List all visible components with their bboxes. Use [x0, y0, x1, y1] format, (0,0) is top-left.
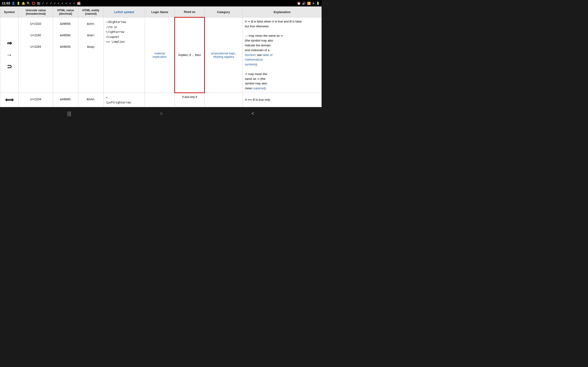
table-math-symbols-link[interactable]: table of — [262, 53, 272, 57]
col-header-html-dec: HTML value (decimal) — [53, 7, 78, 17]
explanation-part2b: (the symbol may also — [245, 38, 319, 43]
html-dec-2: &#8594; — [55, 33, 76, 37]
biconditional-html-named-cell: &hArr; — [78, 93, 104, 107]
symbol-right-arrow: → — [2, 51, 16, 58]
check8-icon: ✓ — [69, 2, 72, 5]
col-header-logic-name: Logic Name — [145, 7, 175, 17]
unicode-value-3: U+2283 — [21, 45, 51, 48]
latex-line-4: ⊃\supset — [106, 35, 142, 40]
latex-line-2: →\to or — [106, 25, 142, 30]
check4-icon: ✓ — [53, 2, 56, 5]
html-dec-3: &#8835; — [55, 45, 76, 48]
table-math-symbols-link2[interactable]: mathematical — [245, 58, 262, 61]
circle-icon: ⭕ — [32, 2, 35, 5]
check7-icon: ✓ — [65, 2, 68, 5]
battery-icon: 🔋 — [17, 2, 20, 5]
function-link[interactable]: function — [245, 53, 255, 57]
col-header-unicode: Unicode value (hexadecimal) — [19, 7, 53, 17]
latex-cell: ⇒\Rightarrow →\to or \rightarrow ⊃\supse… — [104, 17, 145, 93]
check1-icon: ✓ — [42, 2, 44, 5]
explanation-part2c: indicate the domain — [245, 43, 319, 48]
logic-symbols-table: Symbol Unicode value (hexadecimal) HTML … — [0, 6, 321, 107]
col-header-html-named: HTML entity (named) — [78, 7, 104, 17]
explanation-part2e: function; see table of — [245, 53, 319, 58]
alarm-icon: ⏰ — [297, 2, 301, 5]
explanation-but-true: but true otherwise. — [245, 24, 319, 29]
battery2-icon: 🔋 — [316, 2, 320, 5]
content-area: Symbol Unicode value (hexadecimal) HTML … — [0, 6, 321, 107]
table-row: ⟺ U+21D4 &#8660; &hArr; ⇔ \Leftrightarro… — [0, 93, 322, 107]
symbol-double-arrow: ⇒ — [2, 40, 16, 47]
biconditional-explanation: A ⟺ B is true only — [242, 93, 322, 107]
check5-icon: ✓ — [57, 2, 60, 5]
html-dec-cell: &#8658; &#8594; &#8835; — [53, 17, 78, 93]
read-as-text: implies; if ... then — [177, 53, 202, 57]
read-as-cell: implies; if ... then — [175, 17, 205, 93]
biconditional-symbol-cell: ⟺ — [0, 93, 19, 107]
search-icon: 🔍 — [27, 2, 30, 5]
biconditional-category — [205, 93, 242, 107]
propositional-logic-link[interactable]: propositional logic — [211, 52, 235, 55]
explanation-part2: → may mean the same as ⇒ — [245, 33, 319, 38]
material-implication-link[interactable]: material implication — [153, 52, 166, 58]
symbol-biconditional: ⟺ — [2, 96, 16, 103]
category-cell: propositional logic, Heyting algebra — [205, 17, 242, 93]
biconditional-html-dec-cell: &#8660; — [53, 93, 78, 107]
notification-icon: 🔔 — [22, 2, 25, 5]
explanation-part1: A ⇒ B is false when A is true and B is f… — [245, 19, 319, 24]
calendar-icon: 📅 — [77, 2, 81, 5]
check3-icon: ✓ — [50, 2, 52, 5]
table-math-symbols-link3[interactable]: symbols — [245, 63, 256, 66]
html-named-cell: &rArr; &rarr; &sup; — [78, 17, 104, 93]
nav-back-icon[interactable]: < — [251, 110, 254, 117]
unicode-cell: U+21D2 U+2192 U+2283 — [19, 17, 53, 93]
check6-icon: ✓ — [61, 2, 64, 5]
biconditional-unicode: U+21D4 — [21, 98, 51, 101]
status-time: 11:03 — [2, 1, 10, 5]
nav-bar: ||| ○ < — [0, 107, 321, 120]
table-row: ⇒ → ⊃ U+21D2 U+2192 U+2283 &#8658; &#859… — [0, 17, 322, 93]
status-bar: 11:03 👤 🔋 🔔 🔍 ⭕ 📷 ✓ ✓ ✓ ✓ ✓ ✓ ✓ ✓ ✓ 📅 ⏰ … — [0, 0, 321, 6]
symbol-supset: ⊃ — [2, 63, 16, 70]
latex-line-1: ⇒\Rightarrow — [106, 20, 142, 25]
col-header-symbol: Symbol — [0, 7, 19, 17]
logic-name-cell: material implication — [145, 17, 175, 93]
superset-link[interactable]: superset — [253, 86, 265, 90]
status-bar-right: ⏰ 🔊 📶 ✈ 🔋 — [297, 2, 320, 5]
explanation-part2d: and codomain of a — [245, 48, 319, 53]
biconditional-unicode-cell: U+21D4 — [19, 93, 53, 107]
nav-home-icon[interactable]: ○ — [160, 110, 163, 117]
explanation-part3d: mean superset). — [245, 86, 319, 91]
explanation-part3c: symbol may also — [245, 81, 319, 86]
biconditional-explanation-text: A ⟺ B is true only — [245, 98, 319, 102]
col-header-explanation: Explanation — [242, 7, 322, 17]
status-bar-left: 11:03 👤 🔋 🔔 🔍 ⭕ 📷 ✓ ✓ ✓ ✓ ✓ ✓ ✓ ✓ ✓ 📅 — [2, 1, 81, 5]
explanation-part2f: mathematical — [245, 57, 319, 62]
heyting-algebra-link[interactable]: Heyting algebra — [213, 55, 234, 58]
latex-line-5: ⟹ \implies — [106, 40, 142, 44]
camera-icon: 📷 — [37, 2, 40, 5]
check9-icon: ✓ — [73, 2, 76, 5]
biconditional-latex-2: \Leftrightarrow — [106, 100, 142, 105]
col-header-read-as: Read as — [175, 7, 205, 17]
html-named-2: &rarr; — [81, 33, 101, 37]
check2-icon: ✓ — [46, 2, 48, 5]
explanation-part3: ⊃ may mean the — [245, 72, 319, 77]
html-dec-1: &#8658; — [55, 22, 76, 25]
biconditional-read-as: if and only if — [175, 93, 205, 107]
table-header-row: Symbol Unicode value (hexadecimal) HTML … — [0, 7, 322, 17]
col-header-latex: LaTeX symbol — [104, 7, 145, 17]
explanation-cell: A ⇒ B is false when A is true and B is f… — [242, 17, 322, 93]
airplane-icon: ✈ — [312, 2, 315, 5]
biconditional-html-dec: &#8660; — [55, 98, 76, 101]
biconditional-latex-1: ⇔ — [106, 95, 142, 100]
volume-icon: 🔊 — [302, 2, 306, 5]
nav-menu-icon[interactable]: ||| — [67, 110, 71, 117]
wifi-icon: 📶 — [307, 2, 311, 5]
unicode-value-2: U+2192 — [21, 33, 51, 37]
explanation-part2g: symbols). — [245, 62, 319, 67]
biconditional-logic-name — [145, 93, 175, 107]
latex-line-3: \rightarrow — [106, 30, 142, 35]
symbol-cell: ⇒ → ⊃ — [0, 17, 19, 93]
person-icon: 👤 — [11, 2, 15, 5]
